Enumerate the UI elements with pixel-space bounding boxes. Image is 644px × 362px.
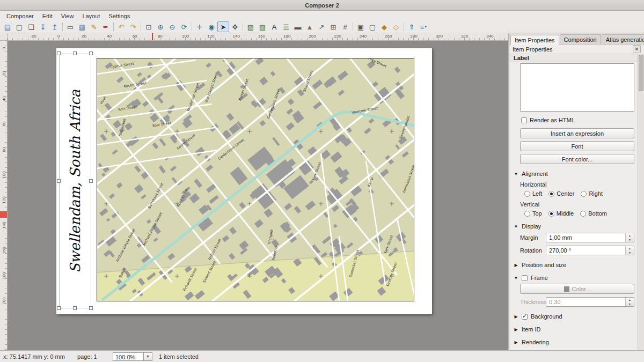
radio-top-circle[interactable] [524,211,530,217]
new-composition-button[interactable]: ▢ [13,21,25,32]
unlock-items-button[interactable]: ◇ [390,21,402,32]
font-button[interactable]: Font [520,141,634,151]
render-as-html-checkbox[interactable] [521,117,527,123]
spin-down-icon[interactable]: ▼ [626,250,634,255]
add-label-icon: A [272,24,277,31]
label-text-editor[interactable] [520,63,634,112]
item-id-section-header[interactable]: ▶ Item ID [514,326,634,333]
zoom-in-icon: ⊕ [158,24,164,31]
spin-up-icon[interactable]: ▲ [626,246,634,250]
display-section-header[interactable]: ▼ Display [514,223,634,230]
radio-right-circle[interactable] [581,191,587,197]
rotation-value[interactable]: 270,00 ° [546,246,625,255]
composition-page[interactable]: Cyprus StreetKoster StreetHoutKort Stree… [56,48,432,314]
tab-item-properties[interactable]: Item Properties [510,35,559,45]
zoom-combobox[interactable]: 100.0% ▼ [113,352,152,361]
radio-center-circle[interactable] [548,191,554,197]
radio-middle[interactable]: Middle [548,210,574,217]
selection-handle-top-right[interactable] [89,51,93,55]
radio-bottom-circle[interactable] [580,211,586,217]
export-as-pdf-button[interactable]: ✒ [100,21,112,32]
background-checkbox[interactable] [522,314,528,320]
move-item-content-button[interactable]: ✥ [229,21,241,32]
label-item[interactable]: Swellendam, South Africa [59,54,91,308]
frame-color-button[interactable]: Color... [520,284,634,294]
zoom-in-button[interactable]: ⊕ [155,21,166,32]
add-html-frame-button[interactable]: # [339,21,351,32]
window-titlebar[interactable]: Composer 2 [0,0,644,11]
panel-scrollbar-thumb[interactable] [639,55,643,91]
alignment-section-header[interactable]: ▼ Alignment [514,171,634,177]
panel-scrollbar[interactable] [638,54,644,350]
menu-edit[interactable]: Edit [38,12,57,20]
thickness-spinbox[interactable]: 0,30 ▲▼ [546,297,634,307]
add-label-button[interactable]: A [268,21,280,32]
rendering-section-header[interactable]: ▶ Rendering [514,339,634,345]
export-as-image-button[interactable]: ▦ [76,21,88,32]
add-legend-button[interactable]: ☰ [280,21,292,32]
spin-up-icon[interactable]: ▲ [626,233,634,238]
align-items-button[interactable]: ≡▾ [418,21,429,32]
tab-atlas-generation[interactable]: Atlas generation [602,34,644,44]
map-item[interactable]: Cyprus StreetKoster StreetHoutKort Stree… [97,58,414,301]
add-attribute-table-button[interactable]: ⊞ [327,21,339,32]
background-section-header[interactable]: ▶ Background [514,313,634,320]
menu-composer[interactable]: Composer [2,12,38,20]
margin-value[interactable]: 1,00 mm [546,233,625,242]
insert-expression-button[interactable]: Insert an expression [520,128,634,138]
redo-button[interactable]: ↷ [127,21,139,32]
zoom-tool-button[interactable]: ◉ [206,21,217,32]
zoom-out-button[interactable]: ⊖ [166,21,178,32]
radio-left-circle[interactable] [524,191,530,197]
select-move-item-button[interactable]: ➤ [217,21,229,32]
font-color-button[interactable]: Font color... [520,154,634,164]
export-as-svg-button[interactable]: ✎ [88,21,100,32]
lock-items-button[interactable]: ◆ [378,21,390,32]
add-arrow-button[interactable]: ↗ [316,21,327,32]
panel-close-icon[interactable]: ✕ [633,45,641,53]
radio-middle-label: Middle [557,210,574,217]
menu-layout[interactable]: Layout [78,12,104,20]
zoom-full-button[interactable]: ⊡ [143,21,155,32]
frame-checkbox[interactable] [522,275,528,281]
frame-section-header[interactable]: ▼ Frame [514,275,634,281]
position-size-section-header[interactable]: ▶ Position and size [514,262,634,268]
selection-handle-top-left[interactable] [57,51,61,55]
radio-top[interactable]: Top [524,210,542,217]
add-new-map-button[interactable]: ▧ [245,21,257,32]
spin-down-icon[interactable]: ▼ [626,238,634,242]
add-items-from-template-button[interactable]: ↥ [49,21,61,32]
undo-button[interactable]: ↶ [115,21,127,32]
selection-handle-bottom-center[interactable] [73,306,77,310]
selection-handle-top-center[interactable] [73,51,77,55]
add-shape-button[interactable]: ▲ [304,21,316,32]
zoom-dropdown-icon[interactable]: ▼ [144,352,152,361]
raise-items-button[interactable]: ⇑ [406,21,418,32]
radio-center[interactable]: Center [548,190,574,197]
save-project-button[interactable]: ▤ [2,21,13,32]
save-as-template-button[interactable]: ↧ [37,21,49,32]
menu-view[interactable]: View [57,12,78,20]
add-image-button[interactable]: ▨ [257,21,268,32]
selection-handle-mid-right[interactable] [89,179,93,183]
refresh-view-button[interactable]: ⟳ [178,21,190,32]
margin-spinbox[interactable]: 1,00 mm ▲▼ [546,233,634,242]
radio-left[interactable]: Left [524,190,542,197]
duplicate-composition-button[interactable]: ❏ [25,21,37,32]
radio-right[interactable]: Right [581,190,603,197]
print-button[interactable]: ▭ [64,21,76,32]
menu-settings[interactable]: Settings [104,12,134,20]
selection-handle-bottom-left[interactable] [57,306,61,310]
radio-middle-circle[interactable] [548,211,554,217]
selection-handle-bottom-right[interactable] [89,306,93,310]
tab-composition[interactable]: Composition [560,34,601,44]
group-items-button[interactable]: ▣ [355,21,367,32]
pan-button[interactable]: ✛ [194,21,206,32]
ungroup-items-button[interactable]: ▢ [367,21,378,32]
selection-handle-mid-left[interactable] [57,179,61,183]
add-scalebar-button[interactable]: ▬ [292,21,304,32]
rotation-spinbox[interactable]: 270,00 ° ▲▼ [546,246,634,255]
radio-bottom[interactable]: Bottom [580,210,607,217]
zoom-value[interactable]: 100.0% [113,352,144,361]
composer-canvas[interactable]: Cyprus StreetKoster StreetHoutKort Stree… [8,41,508,350]
